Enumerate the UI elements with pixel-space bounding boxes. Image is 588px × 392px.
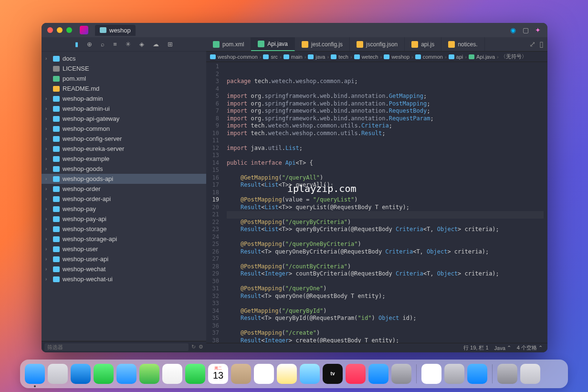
- code-line-32[interactable]: @GetMapping("/queryById"): [227, 307, 544, 315]
- close-button[interactable]: [47, 27, 53, 33]
- code-line-8[interactable]: import tech.wetech.weshop.common.utils.R…: [227, 130, 544, 138]
- code-line-25[interactable]: [227, 255, 544, 263]
- dock-tv[interactable]: tv: [323, 364, 343, 384]
- code-line-21[interactable]: Result<List<T>> queryByCriteria(@Request…: [227, 226, 544, 233]
- dock-maps[interactable]: [139, 364, 159, 384]
- tab-jest.config.js[interactable]: jest.config.js: [295, 37, 350, 51]
- dock-reminders[interactable]: [254, 364, 274, 384]
- code-line-26[interactable]: @PostMapping("/countByCriteria"): [227, 263, 544, 271]
- breadcrumb-item[interactable]: main: [284, 54, 303, 60]
- dock-chrome[interactable]: [421, 364, 441, 384]
- dock-facetime[interactable]: [185, 364, 205, 384]
- tree-item-pom.xml[interactable]: pom.xml: [42, 74, 206, 84]
- minimize-button[interactable]: [57, 27, 63, 33]
- code-line-24[interactable]: Result<T> queryOneByCriteria(@RequestBod…: [227, 248, 544, 256]
- breadcrumb-item[interactable]: api: [449, 54, 463, 60]
- file-tree[interactable]: ›docsLICENSEpom.xmlREADME.md›weshop-admi…: [42, 52, 206, 341]
- tree-item-weshop-eureka-server[interactable]: ›weshop-eureka-server: [42, 144, 206, 154]
- tab-pom.xml[interactable]: pom.xml: [206, 37, 251, 51]
- dock-messages[interactable]: [94, 364, 114, 384]
- breadcrumb-item[interactable]: wetech: [354, 54, 378, 60]
- panel-icon[interactable]: ▯: [539, 40, 544, 49]
- maximize-button[interactable]: [66, 27, 72, 33]
- dock-contacts[interactable]: [231, 364, 251, 384]
- tree-item-weshop-config-server[interactable]: ›weshop-config-server: [42, 134, 206, 144]
- tab-jsconfig.json[interactable]: jsconfig.json: [350, 37, 405, 51]
- expand-icon[interactable]: ⤢: [529, 40, 536, 49]
- search-icon[interactable]: ⌕: [101, 41, 105, 48]
- tree-item-weshop-wechat-ui[interactable]: ›weshop-wechat-ui: [42, 274, 206, 284]
- code-line-1[interactable]: package tech.wetech.weshop.common.api;: [227, 78, 544, 85]
- tree-item-weshop-order[interactable]: ›weshop-order: [42, 184, 206, 194]
- tab-Api.java[interactable]: Api.java: [251, 37, 295, 51]
- code-line-34[interactable]: [227, 322, 544, 330]
- code-line-31[interactable]: [227, 300, 544, 307]
- cloud-icon[interactable]: ☁: [153, 41, 159, 48]
- breadcrumb-item[interactable]: java: [308, 54, 325, 60]
- code-line-30[interactable]: Result<T> queryOne(@RequestBody T entity…: [227, 293, 544, 300]
- code-line-10[interactable]: import java.util.List;: [227, 145, 544, 152]
- tree-item-weshop-order-api[interactable]: ›weshop-order-api: [42, 194, 206, 204]
- code-line-3[interactable]: import org.springframework.web.bind.anno…: [227, 93, 544, 100]
- files-view-icon[interactable]: ▮: [75, 41, 78, 48]
- tree-item-weshop-common[interactable]: ›weshop-common: [42, 124, 206, 134]
- dock-appstore[interactable]: [368, 364, 388, 384]
- breadcrumb-item[interactable]: weshop: [384, 54, 410, 60]
- code-line-36[interactable]: Result<Integer> create(@RequestBody T en…: [227, 337, 544, 343]
- dock-downloads[interactable]: [497, 364, 517, 384]
- code-line-2[interactable]: [227, 85, 544, 93]
- code-content[interactable]: package tech.wetech.weshop.common.api; i…: [223, 62, 547, 343]
- dock-calendar[interactable]: 周二13: [208, 364, 228, 384]
- diamond-icon[interactable]: ◈: [139, 41, 144, 48]
- code-line-13[interactable]: [227, 167, 544, 174]
- dock-trash[interactable]: [520, 364, 540, 384]
- breadcrumb-item[interactable]: weshop-common: [210, 54, 258, 60]
- dock-preview[interactable]: [444, 364, 464, 384]
- tab-notices.[interactable]: notices.: [441, 37, 484, 51]
- dock-freeform[interactable]: [300, 364, 320, 384]
- dock-music[interactable]: [346, 364, 366, 384]
- code-line-20[interactable]: @PostMapping("/queryByCriteria"): [227, 219, 544, 226]
- code-line-22[interactable]: [227, 233, 544, 241]
- code-line-19[interactable]: [227, 211, 544, 219]
- layout-icon[interactable]: ▢: [522, 26, 529, 34]
- code-line-17[interactable]: @PostMapping(value = "/queryList"): [227, 196, 544, 204]
- project-tab[interactable]: weshop: [95, 25, 136, 36]
- code-line-33[interactable]: Result<T> queryById(@RequestParam("id") …: [227, 315, 544, 322]
- code-line-15[interactable]: Result<List<T>> queryAll();: [227, 181, 544, 189]
- code-line-5[interactable]: import org.springframework.web.bind.anno…: [227, 107, 544, 115]
- tree-item-weshop-admin-ui[interactable]: ›weshop-admin-ui: [42, 104, 206, 114]
- breadcrumb-item[interactable]: Api.java: [469, 54, 495, 60]
- code-line-12[interactable]: public interface Api<T> {: [227, 159, 544, 167]
- dock-mail[interactable]: [116, 364, 136, 384]
- dock-photos[interactable]: [162, 364, 182, 384]
- code-line-18[interactable]: Result<List<T>> queryList(@RequestBody T…: [227, 204, 544, 212]
- dock-weather[interactable]: [467, 364, 487, 384]
- code-line-14[interactable]: @GetMapping("/queryAll"): [227, 174, 544, 182]
- network-icon[interactable]: ⊕: [87, 41, 92, 48]
- breadcrumb-item[interactable]: tech: [331, 54, 348, 60]
- tree-item-weshop-admin[interactable]: ›weshop-admin: [42, 94, 206, 104]
- tree-item-weshop-wechat[interactable]: ›weshop-wechat: [42, 264, 206, 274]
- code-line-29[interactable]: @PostMapping("/queryOne"): [227, 285, 544, 293]
- code-editor[interactable]: 1234567891011121314151617181920212223242…: [206, 62, 547, 343]
- tree-item-weshop-user[interactable]: ›weshop-user: [42, 244, 206, 254]
- breadcrumb-item[interactable]: common: [415, 54, 443, 60]
- breadcrumbs[interactable]: weshop-common›src›main›java›tech›wetech›…: [206, 52, 547, 62]
- cursor-position[interactable]: 行 19, 栏 1: [463, 344, 489, 351]
- settings-icon[interactable]: ⚙: [199, 344, 203, 350]
- tree-item-weshop-storage[interactable]: ›weshop-storage: [42, 224, 206, 234]
- code-line-7[interactable]: import tech.wetech.weshop.common.utils.C…: [227, 122, 544, 130]
- code-line-4[interactable]: import org.springframework.web.bind.anno…: [227, 100, 544, 108]
- code-line-35[interactable]: @PostMapping("/create"): [227, 329, 544, 337]
- filter-input[interactable]: [44, 343, 189, 351]
- dock-notes[interactable]: [277, 364, 297, 384]
- tab-api.js[interactable]: api.js: [405, 37, 441, 51]
- ai-assistant-icon[interactable]: ✦: [534, 26, 542, 34]
- code-line-27[interactable]: Result<Integer> countByCriteria(@Request…: [227, 270, 544, 278]
- tree-item-weshop-user-api[interactable]: ›weshop-user-api: [42, 254, 206, 264]
- tree-item-weshop-api-gateway[interactable]: ›weshop-api-gateway: [42, 114, 206, 124]
- code-line-11[interactable]: [227, 152, 544, 159]
- language-selector[interactable]: Java ⌃: [494, 345, 511, 351]
- code-line-16[interactable]: [227, 189, 544, 197]
